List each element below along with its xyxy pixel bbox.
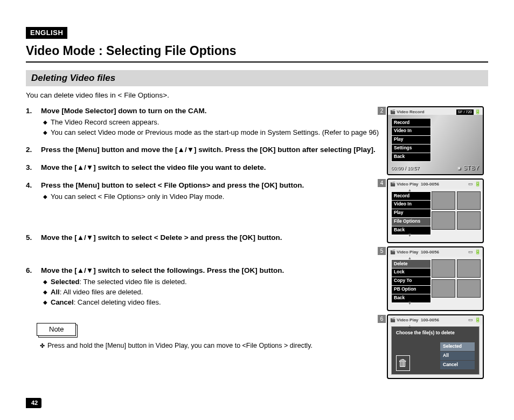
step-3: Move the [▲/▼] switch to select the vide… <box>26 163 380 173</box>
screenshots-column: 2 🎬 Video Record SF / 720🔋 Record Video … <box>387 106 488 382</box>
screenshot-4-number: 4 <box>378 179 386 187</box>
step-5-title: Move the [▲/▼] switch to select < Delete… <box>41 233 380 243</box>
screenshot-5: 5 🎬 Video Play 100-0056 ▭ 🔋 ▲ Delete Loc… <box>387 246 488 311</box>
screen-6-folder: 100-0056 <box>421 318 439 322</box>
screenshot-5-number: 5 <box>378 247 386 255</box>
thumbnail[interactable] <box>432 279 455 298</box>
screen-2-quality: SF / 720 <box>456 109 474 115</box>
thumbnail[interactable] <box>432 211 455 230</box>
menu-record[interactable]: Record <box>391 191 431 201</box>
screen-5-header: Video Play <box>397 250 418 254</box>
language-badge: ENGLISH <box>26 27 67 39</box>
step-6: Move the [▲/▼] switch to select the foll… <box>26 266 380 307</box>
thumbnail[interactable] <box>457 191 481 210</box>
scroll-down-icon[interactable]: ▼ <box>407 300 412 307</box>
screenshot-2: 2 🎬 Video Record SF / 720🔋 Record Video … <box>387 106 488 175</box>
screenshot-6: 6 🎬 Video Play 100-0056 ▭ 🔋 ▲ Choose the… <box>387 314 488 379</box>
screenshot-4: 4 🎬 Video Play 100-0056 ▭ 🔋 ▲ Record Vid… <box>387 178 488 243</box>
menu-video-in[interactable]: Video In <box>391 127 431 136</box>
page-number: 42 <box>26 398 41 408</box>
screen-4-folder: 100-0056 <box>421 182 439 187</box>
note-text: Press and hold the [Menu] button in Vide… <box>40 341 380 351</box>
step-3-title: Move the [▲/▼] switch to select the vide… <box>41 163 380 173</box>
thumbnail[interactable] <box>432 259 455 278</box>
menu-file-options[interactable]: File Options <box>391 217 431 226</box>
step-6-title: Move the [▲/▼] switch to select the foll… <box>41 266 380 276</box>
screen-2-timecode: 00:00 / 10:57 <box>391 165 420 172</box>
trash-icon: 🗑 <box>396 355 410 371</box>
menu-settings[interactable]: Settings <box>391 144 431 153</box>
screenshot-6-number: 6 <box>378 315 386 323</box>
step-6-sub-1: Selected: The selected video file is del… <box>43 277 380 287</box>
step-5: Move the [▲/▼] switch to select < Delete… <box>26 233 380 243</box>
menu-video-in[interactable]: Video In <box>391 200 431 209</box>
screen-2-status: ■ STBY <box>457 164 480 172</box>
screenshot-2-number: 2 <box>378 107 386 115</box>
note-label: Note <box>37 323 76 336</box>
dialog-message: Choose the file(s) to delete <box>396 330 475 336</box>
section-subtitle: Deleting Video files <box>26 70 488 86</box>
screen-6-header: Video Play <box>397 318 418 322</box>
step-4: Press the [Menu] button to select < File… <box>26 181 380 202</box>
screen-2-header: Video Record <box>397 109 424 114</box>
thumbnail[interactable] <box>457 279 481 298</box>
option-selected[interactable]: Selected <box>440 342 475 351</box>
screen-4-header: Video Play <box>397 182 418 187</box>
intro-text: You can delete video files in < File Opt… <box>26 91 488 101</box>
step-1-title: Move [Mode Selector] down to turn on the… <box>41 106 380 116</box>
thumbnail[interactable] <box>457 259 481 278</box>
step-2-title: Press the [Menu] button and move the [▲/… <box>41 145 380 155</box>
menu-lock[interactable]: Lock <box>391 268 431 277</box>
option-cancel[interactable]: Cancel <box>440 361 475 369</box>
step-1-sub-1: The Video Record screen appears. <box>43 118 380 127</box>
menu-play[interactable]: Play <box>391 209 431 218</box>
step-6-sub-3: Cancel: Cancel deleting video files. <box>43 298 380 307</box>
step-2: Press the [Menu] button and move the [▲/… <box>26 145 380 155</box>
thumbnail[interactable] <box>432 191 455 210</box>
menu-pb-option[interactable]: PB Option <box>391 285 431 294</box>
step-1: Move [Mode Selector] down to turn on the… <box>26 106 380 137</box>
delete-dialog: Choose the file(s) to delete 🗑 Selected … <box>391 326 480 375</box>
step-4-title: Press the [Menu] button to select < File… <box>41 181 380 191</box>
scroll-down-icon[interactable]: ▼ <box>407 232 412 239</box>
page-title: Video Mode : Selecting File Options <box>26 42 488 63</box>
menu-back[interactable]: Back <box>391 153 431 162</box>
menu-record[interactable]: Record <box>391 118 431 127</box>
menu-copy-to[interactable]: Copy To <box>391 277 431 286</box>
option-all[interactable]: All <box>440 352 475 360</box>
step-1-sub-2: You can select Video mode or Previous mo… <box>43 128 380 137</box>
menu-play[interactable]: Play <box>391 135 431 144</box>
menu-delete[interactable]: Delete <box>391 259 431 268</box>
step-4-sub-1: You can select < File Options> only in V… <box>43 192 380 202</box>
step-6-sub-2: All: All video files are deleted. <box>43 287 380 297</box>
thumbnail[interactable] <box>457 211 481 230</box>
screen-5-folder: 100-0056 <box>421 250 439 254</box>
instructions-column: Move [Mode Selector] down to turn on the… <box>26 106 380 382</box>
